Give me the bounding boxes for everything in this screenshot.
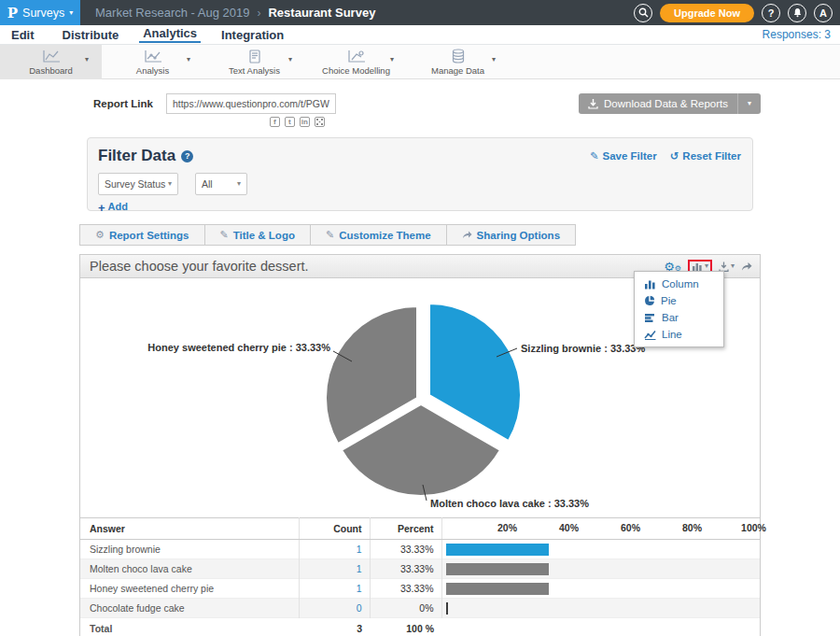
download-options-caret[interactable]: ▾ [738, 93, 761, 114]
scale-tick-label: 20% [497, 522, 517, 533]
chart-download-button[interactable]: ▾ [719, 261, 735, 272]
chart-type-button[interactable]: ▾ [692, 261, 708, 272]
topbar: P Surveys ▾ Market Research - Aug 2019 ›… [0, 0, 840, 25]
responses-count[interactable]: Responses: 3 [763, 28, 831, 41]
scale-tick-label: 80% [682, 522, 702, 533]
filter-value-select[interactable]: All▾ [195, 173, 247, 195]
horizontal-bar-chart-icon [644, 313, 656, 323]
nav-item-analytics[interactable]: Analytics [139, 26, 201, 43]
text-analysis-icon [248, 49, 261, 64]
percent-bar [446, 563, 550, 575]
nav-item-edit[interactable]: Edit [7, 28, 38, 42]
table-row: Chocolate fudge cake 0 0% [80, 599, 760, 618]
breadcrumb-parent[interactable]: Market Research - Aug 2019 [95, 6, 249, 20]
menu-item-line[interactable]: Line [635, 326, 723, 343]
linkedin-icon[interactable]: in [300, 117, 310, 127]
save-filter-link[interactable]: ✎Save Filter [590, 149, 657, 163]
add-filter-link[interactable]: +Add [98, 201, 128, 215]
menu-item-bar[interactable]: Bar [635, 309, 723, 326]
edit-icon: ✎ [220, 229, 229, 241]
report-link-row: Report Link f t in Download Data & Repor… [79, 93, 761, 127]
share-forward-icon [741, 261, 752, 271]
pie-label-molten-choco-lava-cake: Molten choco lava cake : 33.33% [430, 498, 589, 509]
count-cell[interactable]: 1 [299, 540, 370, 559]
nav-item-integration[interactable]: Integration [217, 28, 287, 42]
question-chart-panel: Please choose your favorite dessert. ⚙⚙ … [79, 254, 761, 636]
report-tabs: ⚙Report Settings ✎Title & Logo ✎Customiz… [79, 224, 576, 246]
tab-sharing-options[interactable]: Sharing Options [447, 224, 576, 246]
dashboard-chart-icon [42, 49, 61, 64]
analytics-toolbar: ▾ Dashboard ▾ Analysis ▾ Text Analysis ▾… [0, 45, 840, 79]
pie-label-honey-sweetened-cherry-pie: Honey sweetened cherry pie : 33.33% [147, 342, 330, 353]
count-cell[interactable]: 1 [299, 579, 370, 599]
bar-chart-icon [692, 261, 703, 272]
surveys-product-menu[interactable]: P Surveys ▾ [0, 0, 80, 25]
toolbar-item-manage-data[interactable]: ▾ Manage Data [407, 45, 509, 79]
notifications-button[interactable] [788, 4, 806, 22]
upgrade-now-button[interactable]: Upgrade Now [660, 4, 754, 22]
search-button[interactable] [634, 4, 652, 22]
product-name: Surveys [22, 7, 64, 20]
menu-item-pie[interactable]: Pie [635, 292, 723, 309]
survey-nav: Edit Distribute Analytics Integration Re… [0, 25, 840, 45]
answer-cell: Sizzling brownie [80, 540, 299, 559]
chevron-down-icon: ▾ [492, 56, 496, 64]
download-data-reports-button[interactable]: Download Data & Reports ▾ [579, 93, 761, 114]
embed-icon[interactable] [315, 117, 325, 127]
percent-cell: 33.33% [370, 579, 441, 599]
facebook-icon[interactable]: f [270, 117, 280, 127]
reset-icon: ↺ [670, 149, 679, 163]
toolbar-item-text-analysis[interactable]: ▾ Text Analysis [203, 45, 305, 79]
download-icon [719, 261, 729, 272]
report-link-group: f t in [166, 93, 336, 127]
column-header-percent: Percent [370, 518, 441, 540]
percent-cell: 33.33% [370, 540, 441, 559]
toolbar-item-dashboard[interactable]: ▾ Dashboard [0, 45, 102, 79]
line-chart-icon [644, 330, 656, 340]
chevron-down-icon: ▾ [168, 180, 172, 188]
answer-cell: Honey sweetened cherry pie [80, 579, 299, 599]
answer-cell: Molten choco lava cake [80, 559, 299, 579]
report-link-input[interactable] [166, 93, 336, 114]
chevron-down-icon: ▾ [85, 56, 89, 64]
toolbar-item-analysis[interactable]: ▾ Analysis [102, 45, 203, 79]
table-header-row: Answer Count Percent 20% 40% 60% 80% 100… [80, 518, 760, 540]
breadcrumb-separator: › [257, 7, 260, 20]
reset-filter-link[interactable]: ↺Reset Filter [670, 149, 741, 163]
chevron-down-icon: ▾ [237, 180, 241, 188]
count-cell[interactable]: 1 [299, 559, 370, 579]
menu-item-column[interactable]: Column [635, 276, 723, 292]
total-label: Total [80, 618, 299, 636]
bell-icon [792, 7, 803, 18]
help-button[interactable]: ? [762, 4, 780, 22]
answer-cell: Chocolate fudge cake [80, 599, 299, 618]
nav-item-distribute[interactable]: Distribute [59, 28, 123, 42]
tab-customize-theme[interactable]: ✎Customize Theme [311, 224, 447, 246]
share-icons-row: f t in [166, 117, 325, 127]
breadcrumb-current: Restaurant Survey [268, 6, 375, 20]
percent-cell: 0% [370, 599, 441, 618]
avatar[interactable]: A [814, 4, 833, 22]
percent-bar [446, 602, 448, 615]
table-row: Molten choco lava cake 1 33.33% [80, 559, 760, 579]
chart-type-menu: Column Pie Bar Line [634, 271, 724, 347]
filter-help-icon[interactable]: ? [181, 150, 193, 163]
twitter-icon[interactable]: t [285, 117, 295, 127]
search-icon [638, 7, 649, 18]
column-header-count: Count [299, 518, 370, 540]
table-row: Sizzling brownie 1 33.33% [80, 540, 760, 559]
tab-report-settings[interactable]: ⚙Report Settings [79, 224, 205, 246]
chart-share-button[interactable] [741, 261, 752, 271]
tab-title-logo[interactable]: ✎Title & Logo [205, 224, 311, 246]
count-cell[interactable]: 0 [299, 599, 370, 618]
question-title: Please choose your favorite dessert. [90, 259, 309, 274]
choice-modelling-icon [347, 49, 366, 64]
edit-icon: ✎ [326, 229, 334, 241]
filter-data-title: Filter Data [98, 147, 175, 165]
toolbar-item-choice-modelling[interactable]: ▾ Choice Modelling [305, 45, 407, 79]
app-window: P Surveys ▾ Market Research - Aug 2019 ›… [0, 0, 840, 636]
filter-field-select[interactable]: Survey Status▾ [98, 173, 178, 195]
edit-icon: ✎ [590, 149, 599, 163]
percent-cell: 33.33% [370, 559, 441, 579]
percent-bar [446, 583, 550, 595]
